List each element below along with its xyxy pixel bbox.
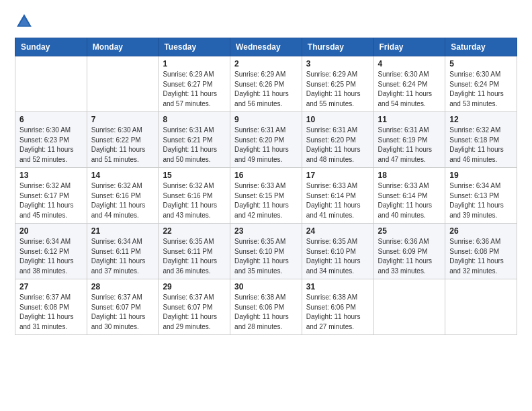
week-row-2: 6Sunrise: 6:30 AM Sunset: 6:23 PM Daylig… <box>15 112 517 168</box>
day-number: 3 <box>306 59 369 68</box>
day-info: Sunrise: 6:35 AM Sunset: 6:11 PM Dayligh… <box>163 237 226 276</box>
weekday-header-friday: Friday <box>373 38 445 56</box>
day-info: Sunrise: 6:30 AM Sunset: 6:22 PM Dayligh… <box>91 126 154 165</box>
weekday-header-sunday: Sunday <box>15 38 87 56</box>
calendar-cell: 6Sunrise: 6:30 AM Sunset: 6:23 PM Daylig… <box>15 112 87 168</box>
calendar-cell: 30Sunrise: 6:38 AM Sunset: 6:06 PM Dayli… <box>230 279 302 335</box>
day-number: 26 <box>449 226 513 236</box>
day-number: 17 <box>306 171 369 180</box>
day-number: 25 <box>378 226 441 236</box>
day-info: Sunrise: 6:31 AM Sunset: 6:19 PM Dayligh… <box>378 126 441 165</box>
day-info: Sunrise: 6:29 AM Sunset: 6:27 PM Dayligh… <box>163 70 226 109</box>
day-number: 11 <box>378 115 441 124</box>
day-number: 14 <box>91 171 154 180</box>
calendar-cell: 28Sunrise: 6:37 AM Sunset: 6:07 PM Dayli… <box>87 279 159 335</box>
day-info: Sunrise: 6:35 AM Sunset: 6:10 PM Dayligh… <box>306 237 369 276</box>
day-info: Sunrise: 6:33 AM Sunset: 6:14 PM Dayligh… <box>378 181 441 220</box>
day-info: Sunrise: 6:32 AM Sunset: 6:16 PM Dayligh… <box>163 181 226 220</box>
day-info: Sunrise: 6:31 AM Sunset: 6:20 PM Dayligh… <box>234 126 298 165</box>
calendar-cell: 26Sunrise: 6:36 AM Sunset: 6:08 PM Dayli… <box>445 224 517 279</box>
weekday-header-monday: Monday <box>87 38 159 56</box>
day-number: 10 <box>306 115 369 124</box>
calendar-cell: 4Sunrise: 6:30 AM Sunset: 6:24 PM Daylig… <box>373 56 445 112</box>
day-number: 21 <box>91 226 154 236</box>
calendar-table: SundayMondayTuesdayWednesdayThursdayFrid… <box>15 38 517 335</box>
day-number: 4 <box>378 59 441 68</box>
day-number: 19 <box>449 171 513 180</box>
day-number: 1 <box>163 59 226 68</box>
day-info: Sunrise: 6:32 AM Sunset: 6:17 PM Dayligh… <box>19 181 83 220</box>
day-info: Sunrise: 6:33 AM Sunset: 6:15 PM Dayligh… <box>234 181 298 220</box>
week-row-1: 1Sunrise: 6:29 AM Sunset: 6:27 PM Daylig… <box>15 56 517 112</box>
logo-icon <box>15 12 34 31</box>
day-info: Sunrise: 6:35 AM Sunset: 6:10 PM Dayligh… <box>234 237 298 276</box>
day-number: 7 <box>91 115 154 124</box>
calendar-cell: 27Sunrise: 6:37 AM Sunset: 6:08 PM Dayli… <box>15 279 87 335</box>
day-info: Sunrise: 6:29 AM Sunset: 6:26 PM Dayligh… <box>234 70 298 109</box>
day-number: 23 <box>234 226 298 236</box>
calendar-cell <box>445 279 517 335</box>
day-info: Sunrise: 6:36 AM Sunset: 6:09 PM Dayligh… <box>378 237 441 276</box>
day-info: Sunrise: 6:37 AM Sunset: 6:08 PM Dayligh… <box>19 293 83 332</box>
calendar-cell: 7Sunrise: 6:30 AM Sunset: 6:22 PM Daylig… <box>87 112 159 168</box>
day-info: Sunrise: 6:32 AM Sunset: 6:18 PM Dayligh… <box>449 126 513 165</box>
day-number: 20 <box>19 226 83 236</box>
calendar-cell: 5Sunrise: 6:30 AM Sunset: 6:24 PM Daylig… <box>445 56 517 112</box>
calendar-header: SundayMondayTuesdayWednesdayThursdayFrid… <box>15 38 517 56</box>
calendar-cell: 13Sunrise: 6:32 AM Sunset: 6:17 PM Dayli… <box>15 168 87 224</box>
calendar-cell <box>87 56 159 112</box>
day-number: 5 <box>449 59 513 68</box>
calendar-cell: 19Sunrise: 6:34 AM Sunset: 6:13 PM Dayli… <box>445 168 517 224</box>
calendar-cell: 10Sunrise: 6:31 AM Sunset: 6:20 PM Dayli… <box>302 112 373 168</box>
day-number: 13 <box>19 171 83 180</box>
day-number: 29 <box>163 282 226 291</box>
calendar-cell: 3Sunrise: 6:29 AM Sunset: 6:25 PM Daylig… <box>302 56 373 112</box>
week-row-3: 13Sunrise: 6:32 AM Sunset: 6:17 PM Dayli… <box>15 168 517 224</box>
day-info: Sunrise: 6:37 AM Sunset: 6:07 PM Dayligh… <box>91 293 154 332</box>
calendar-cell <box>373 279 445 335</box>
calendar-cell: 1Sunrise: 6:29 AM Sunset: 6:27 PM Daylig… <box>159 56 230 112</box>
header <box>15 12 517 31</box>
calendar-cell: 15Sunrise: 6:32 AM Sunset: 6:16 PM Dayli… <box>159 168 230 224</box>
calendar-cell: 29Sunrise: 6:37 AM Sunset: 6:07 PM Dayli… <box>159 279 230 335</box>
week-row-4: 20Sunrise: 6:34 AM Sunset: 6:12 PM Dayli… <box>15 224 517 279</box>
day-number: 31 <box>306 282 369 291</box>
calendar-body: 1Sunrise: 6:29 AM Sunset: 6:27 PM Daylig… <box>15 56 517 335</box>
day-info: Sunrise: 6:32 AM Sunset: 6:16 PM Dayligh… <box>91 181 154 220</box>
day-info: Sunrise: 6:33 AM Sunset: 6:14 PM Dayligh… <box>306 181 369 220</box>
day-info: Sunrise: 6:31 AM Sunset: 6:21 PM Dayligh… <box>163 126 226 165</box>
day-number: 9 <box>234 115 298 124</box>
calendar-cell: 20Sunrise: 6:34 AM Sunset: 6:12 PM Dayli… <box>15 224 87 279</box>
day-number: 22 <box>163 226 226 236</box>
day-info: Sunrise: 6:34 AM Sunset: 6:13 PM Dayligh… <box>449 181 513 220</box>
weekday-header-wednesday: Wednesday <box>230 38 302 56</box>
calendar-cell: 14Sunrise: 6:32 AM Sunset: 6:16 PM Dayli… <box>87 168 159 224</box>
day-info: Sunrise: 6:37 AM Sunset: 6:07 PM Dayligh… <box>163 293 226 332</box>
day-number: 12 <box>449 115 513 124</box>
weekday-header-thursday: Thursday <box>302 38 373 56</box>
day-info: Sunrise: 6:30 AM Sunset: 6:23 PM Dayligh… <box>19 126 83 165</box>
calendar-cell: 21Sunrise: 6:34 AM Sunset: 6:11 PM Dayli… <box>87 224 159 279</box>
calendar-cell: 16Sunrise: 6:33 AM Sunset: 6:15 PM Dayli… <box>230 168 302 224</box>
day-info: Sunrise: 6:38 AM Sunset: 6:06 PM Dayligh… <box>306 293 369 332</box>
day-info: Sunrise: 6:34 AM Sunset: 6:12 PM Dayligh… <box>19 237 83 276</box>
day-info: Sunrise: 6:34 AM Sunset: 6:11 PM Dayligh… <box>91 237 154 276</box>
calendar-cell <box>15 56 87 112</box>
day-number: 27 <box>19 282 83 291</box>
day-number: 28 <box>91 282 154 291</box>
logo <box>15 12 36 31</box>
calendar-cell: 8Sunrise: 6:31 AM Sunset: 6:21 PM Daylig… <box>159 112 230 168</box>
weekday-header-row: SundayMondayTuesdayWednesdayThursdayFrid… <box>15 38 517 56</box>
page: SundayMondayTuesdayWednesdayThursdayFrid… <box>0 0 532 411</box>
calendar-cell: 23Sunrise: 6:35 AM Sunset: 6:10 PM Dayli… <box>230 224 302 279</box>
calendar-cell: 31Sunrise: 6:38 AM Sunset: 6:06 PM Dayli… <box>302 279 373 335</box>
day-number: 8 <box>163 115 226 124</box>
day-number: 24 <box>306 226 369 236</box>
day-number: 18 <box>378 171 441 180</box>
day-number: 2 <box>234 59 298 68</box>
calendar-cell: 11Sunrise: 6:31 AM Sunset: 6:19 PM Dayli… <box>373 112 445 168</box>
day-number: 30 <box>234 282 298 291</box>
day-info: Sunrise: 6:36 AM Sunset: 6:08 PM Dayligh… <box>449 237 513 276</box>
weekday-header-tuesday: Tuesday <box>159 38 230 56</box>
weekday-header-saturday: Saturday <box>445 38 517 56</box>
